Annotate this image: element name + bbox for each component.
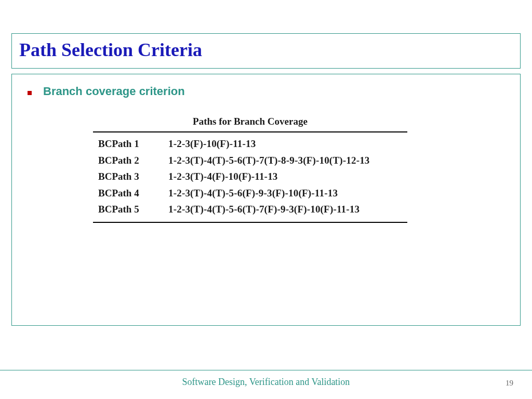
page-number: 19: [506, 379, 513, 388]
path-value: 1-2-3(T)-4(T)-5-6(F)-9-3(F)-10(F)-11-13: [168, 186, 338, 201]
bullet-square-icon: [28, 91, 32, 95]
table-row: BCPath 2 1-2-3(T)-4(T)-5-6(T)-7(T)-8-9-3…: [93, 152, 407, 169]
table-row: BCPath 5 1-2-3(T)-4(T)-5-6(T)-7(F)-9-3(F…: [93, 201, 407, 218]
path-value: 1-2-3(T)-4(F)-10(F)-11-13: [168, 169, 278, 184]
path-name: BCPath 5: [98, 202, 168, 217]
bullet-text: Branch coverage criterion: [43, 85, 185, 98]
paths-table: Paths for Branch Coverage BCPath 1 1-2-3…: [93, 116, 407, 223]
footer-text: Software Design, Verification and Valida…: [0, 377, 532, 388]
table-row: BCPath 3 1-2-3(T)-4(F)-10(F)-11-13: [93, 168, 407, 185]
title-box: Path Selection Criteria: [11, 33, 521, 69]
bullet-item: Branch coverage criterion: [26, 85, 506, 98]
path-name: BCPath 2: [98, 153, 168, 168]
table-body: BCPath 1 1-2-3(F)-10(F)-11-13 BCPath 2 1…: [93, 131, 407, 223]
content-box: Branch coverage criterion Paths for Bran…: [11, 74, 521, 326]
path-value: 1-2-3(T)-4(T)-5-6(T)-7(T)-8-9-3(F)-10(T)…: [168, 153, 370, 168]
path-value: 1-2-3(F)-10(F)-11-13: [168, 137, 256, 151]
path-name: BCPath 3: [98, 169, 168, 184]
page-title: Path Selection Criteria: [19, 39, 513, 61]
table-row: BCPath 1 1-2-3(F)-10(F)-11-13: [93, 136, 407, 152]
path-name: BCPath 1: [98, 137, 168, 151]
path-value: 1-2-3(T)-4(T)-5-6(T)-7(F)-9-3(F)-10(F)-1…: [168, 202, 360, 217]
footer-divider: [0, 370, 532, 370]
path-name: BCPath 4: [98, 186, 168, 201]
table-row: BCPath 4 1-2-3(T)-4(T)-5-6(F)-9-3(F)-10(…: [93, 185, 407, 202]
table-caption: Paths for Branch Coverage: [93, 116, 407, 131]
